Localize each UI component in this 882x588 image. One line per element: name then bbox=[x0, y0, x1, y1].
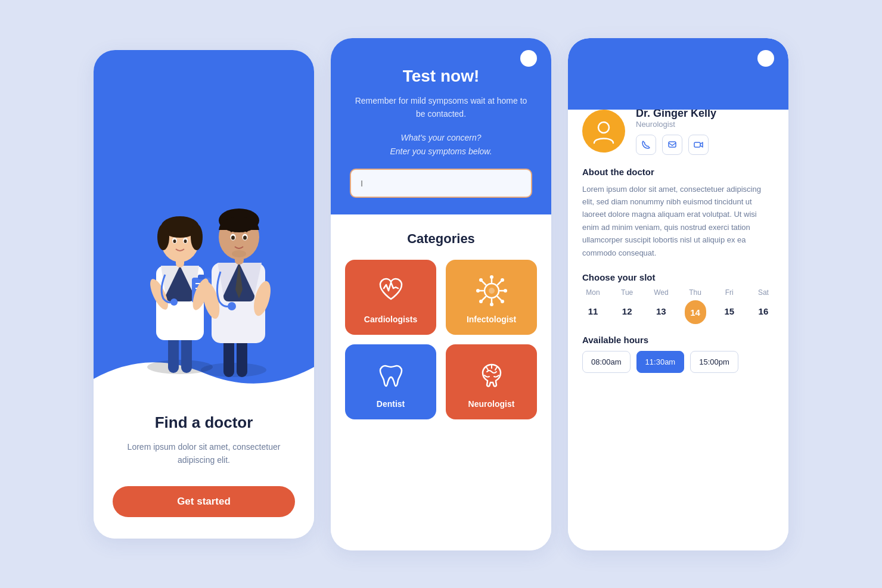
category-dentist[interactable]: Dentist bbox=[345, 344, 436, 419]
svg-point-56 bbox=[501, 300, 504, 303]
main-title: Find a doctor bbox=[113, 413, 295, 432]
svg-point-50 bbox=[476, 289, 480, 293]
category-label-infectologist: Infectologist bbox=[467, 315, 516, 324]
day-mon: Mon 11 bbox=[582, 288, 604, 324]
svg-line-59 bbox=[482, 297, 486, 300]
day-label-sat: Sat bbox=[758, 288, 769, 297]
message-button[interactable] bbox=[662, 135, 682, 155]
slot-section: Choose your slot Mon 11 Tue 12 Wed 13 Th… bbox=[582, 272, 774, 324]
day-tue: Tue 12 bbox=[616, 288, 638, 324]
svg-point-19 bbox=[191, 224, 203, 250]
svg-point-23 bbox=[184, 239, 187, 243]
svg-line-53 bbox=[482, 281, 486, 285]
svg-line-63 bbox=[495, 367, 497, 370]
svg-point-22 bbox=[173, 239, 176, 243]
doctor-info: Dr. Ginger Kelly Neurologist bbox=[636, 107, 774, 155]
day-wed: Wed 13 bbox=[650, 288, 672, 324]
profile-body: Dr. Ginger Kelly Neurologist bbox=[568, 93, 788, 550]
avatar bbox=[582, 110, 625, 153]
day-num-sat[interactable]: 16 bbox=[753, 300, 774, 322]
call-button[interactable] bbox=[636, 135, 656, 155]
svg-point-41 bbox=[243, 235, 247, 239]
svg-point-58 bbox=[501, 278, 504, 282]
test-subtitle: Remember for mild sympsoms wait at home … bbox=[350, 94, 532, 121]
category-cardiologists[interactable]: Cardiologists bbox=[345, 260, 436, 335]
day-sat: Sat 16 bbox=[753, 288, 774, 324]
test-header: Test now! Remember for mild sympsoms wai… bbox=[331, 38, 551, 215]
svg-point-52 bbox=[504, 289, 507, 293]
bottom-section: Find a doctor Lorem ipsum dolor sit amet… bbox=[94, 397, 314, 539]
day-num-fri[interactable]: 15 bbox=[719, 300, 740, 322]
category-label-neurologist: Neurologist bbox=[468, 399, 515, 409]
day-label-thu: Thu bbox=[689, 288, 701, 297]
screen-test: Test now! Remember for mild sympsoms wai… bbox=[331, 38, 551, 550]
categories-grid: Cardiologists bbox=[345, 260, 537, 419]
description-text: Lorem ipsum dolor sit amet, consectetuer… bbox=[113, 440, 295, 467]
day-num-thu[interactable]: 14 bbox=[685, 300, 706, 324]
status-dot bbox=[520, 50, 537, 67]
day-label-fri: Fri bbox=[725, 288, 734, 297]
doctor-profile-section: Dr. Ginger Kelly Neurologist bbox=[582, 107, 774, 155]
contact-icons bbox=[636, 135, 774, 155]
svg-line-62 bbox=[486, 367, 488, 370]
svg-line-55 bbox=[498, 297, 501, 300]
days-row: Mon 11 Tue 12 Wed 13 Thu 14 Fri 15 bbox=[582, 288, 774, 324]
video-button[interactable] bbox=[688, 135, 709, 155]
category-label-cardiologists: Cardiologists bbox=[364, 315, 417, 324]
about-title: About the doctor bbox=[582, 167, 774, 177]
day-thu: Thu 14 bbox=[685, 288, 706, 324]
slot-title: Choose your slot bbox=[582, 272, 774, 282]
svg-point-40 bbox=[231, 235, 235, 239]
day-num-mon[interactable]: 11 bbox=[582, 300, 604, 322]
category-neurologist[interactable]: Neurologist bbox=[446, 344, 537, 419]
svg-rect-65 bbox=[669, 142, 676, 147]
screen-doctor-profile: Dr. Ginger Kelly Neurologist bbox=[568, 38, 788, 550]
svg-line-57 bbox=[498, 281, 501, 285]
test-concern: What's your concern?Enter you symptoms b… bbox=[350, 131, 532, 158]
doctor-specialty: Neurologist bbox=[636, 120, 774, 129]
profile-header-bg bbox=[568, 38, 788, 110]
svg-point-14 bbox=[170, 298, 178, 306]
svg-point-34 bbox=[228, 302, 236, 310]
status-dot bbox=[757, 50, 774, 67]
day-num-tue[interactable]: 12 bbox=[616, 300, 638, 322]
svg-point-48 bbox=[490, 303, 493, 306]
category-infectologist[interactable]: Infectologist bbox=[446, 260, 537, 335]
about-text: Lorem ipsum dolor sit amet, consectetuer… bbox=[582, 183, 774, 260]
category-label-dentist: Dentist bbox=[377, 399, 405, 409]
hour-btn-0800[interactable]: 08:00am bbox=[582, 351, 631, 373]
day-num-wed[interactable]: 13 bbox=[650, 300, 672, 322]
screen-find-doctor: Find a doctor Lorem ipsum dolor sit amet… bbox=[94, 50, 314, 539]
day-label-tue: Tue bbox=[621, 288, 633, 297]
svg-point-54 bbox=[479, 278, 483, 282]
svg-point-60 bbox=[479, 300, 483, 303]
svg-point-46 bbox=[490, 275, 493, 279]
get-started-button[interactable]: Get started bbox=[113, 486, 295, 517]
svg-point-18 bbox=[157, 224, 169, 250]
hours-title: Available hours bbox=[582, 335, 774, 345]
hours-row: 08:00am 11:30am 15:00pm bbox=[582, 351, 774, 373]
svg-rect-8 bbox=[198, 275, 205, 279]
test-title: Test now! bbox=[350, 67, 532, 86]
svg-point-44 bbox=[489, 288, 495, 294]
day-fri: Fri 15 bbox=[719, 288, 740, 324]
symptom-input[interactable] bbox=[350, 169, 532, 198]
day-label-mon: Mon bbox=[586, 288, 600, 297]
hour-btn-1130[interactable]: 11:30am bbox=[636, 351, 685, 373]
hero-section bbox=[94, 50, 314, 397]
day-label-wed: Wed bbox=[654, 288, 668, 297]
categories-title: Categories bbox=[345, 231, 537, 247]
svg-point-42 bbox=[232, 250, 246, 257]
svg-rect-66 bbox=[694, 142, 700, 147]
hour-btn-1500[interactable]: 15:00pm bbox=[690, 351, 738, 373]
categories-section: Categories Cardiologists bbox=[331, 214, 551, 550]
svg-point-64 bbox=[598, 122, 609, 133]
